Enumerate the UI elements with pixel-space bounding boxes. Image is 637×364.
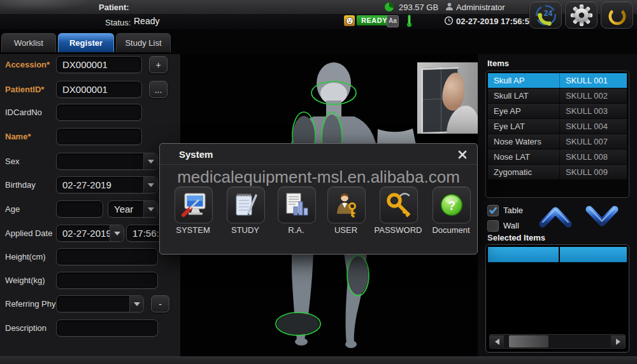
power-icon bbox=[606, 4, 629, 27]
scroll-left-button[interactable] bbox=[490, 335, 504, 347]
system-dialog: System medicalequipment-msl.en.alibaba.c… bbox=[159, 143, 478, 255]
patient-position-photo bbox=[417, 62, 478, 134]
header-cell bbox=[560, 247, 627, 262]
weight-label: Weight(kg) bbox=[5, 276, 45, 285]
document-button-label: Document bbox=[422, 225, 480, 235]
scrollbar-thumb[interactable] bbox=[509, 335, 548, 347]
id-card-label: IDCardNo bbox=[5, 108, 42, 117]
user-button-label: USER bbox=[317, 225, 375, 235]
age-label: Age bbox=[5, 204, 20, 214]
sex-dropdown[interactable] bbox=[56, 153, 158, 170]
description-input[interactable] bbox=[56, 319, 158, 337]
height-label: Height(cm) bbox=[5, 252, 46, 262]
accession-input[interactable] bbox=[56, 56, 142, 73]
svg-text:?: ? bbox=[448, 199, 455, 213]
age-unit-dropdown[interactable]: Year bbox=[108, 200, 158, 218]
wall-checkbox-label: Wall bbox=[503, 221, 519, 230]
patient-label: Patient: bbox=[99, 3, 129, 12]
chevron-down-icon[interactable] bbox=[129, 296, 143, 312]
scroll-right-button[interactable] bbox=[611, 335, 625, 347]
referring-physician-dropdown[interactable] bbox=[56, 295, 144, 312]
chevron-down-icon[interactable] bbox=[143, 201, 157, 217]
tab-study-list[interactable]: Study List bbox=[116, 33, 171, 52]
status-label: Status: bbox=[105, 18, 131, 27]
mascot-icon bbox=[344, 15, 355, 26]
id-card-input[interactable] bbox=[56, 104, 142, 121]
notepad-pen-icon bbox=[232, 191, 260, 219]
chevron-up-icon bbox=[537, 204, 574, 229]
close-icon[interactable] bbox=[455, 148, 469, 162]
wall-checkbox[interactable] bbox=[487, 220, 499, 232]
clock-icon bbox=[444, 16, 454, 28]
list-item[interactable]: Nose Waters SKULL 007 bbox=[488, 134, 627, 149]
protocol-items-list: Skull AP SKULL 001 Skull LAT SKULL 002 E… bbox=[485, 71, 629, 198]
settings-button[interactable] bbox=[565, 1, 598, 29]
help-question-icon: ? bbox=[438, 191, 466, 219]
accession-label: Accession* bbox=[5, 60, 50, 69]
list-item[interactable]: Skull LAT SKULL 002 bbox=[488, 88, 627, 103]
list-item[interactable]: Skull AP SKULL 001 bbox=[488, 73, 627, 88]
password-button-label: PASSWORD bbox=[369, 225, 427, 235]
user-key-icon bbox=[333, 191, 361, 219]
chevron-down-icon[interactable] bbox=[143, 177, 157, 193]
gold-key-icon bbox=[385, 191, 413, 219]
tab-register[interactable]: Register bbox=[58, 33, 114, 52]
height-input[interactable] bbox=[56, 248, 158, 265]
applied-date-dropdown[interactable]: 02-27-2019 bbox=[56, 225, 124, 242]
accession-add-button[interactable]: + bbox=[149, 56, 168, 73]
datetime-value: 02-27-2019 17:56:54 bbox=[456, 17, 534, 26]
birthday-dropdown[interactable]: 02-27-2019 bbox=[56, 176, 158, 193]
check-icon bbox=[489, 206, 497, 215]
move-down-button[interactable] bbox=[583, 204, 620, 232]
patient-id-input[interactable] bbox=[56, 81, 142, 98]
study-button-label: STUDY bbox=[217, 225, 274, 235]
birthday-label: Birthday bbox=[5, 180, 36, 190]
list-item[interactable]: Eye AP SKULL 003 bbox=[488, 104, 627, 118]
referring-remove-button[interactable]: - bbox=[151, 295, 169, 312]
horizontal-scrollbar[interactable] bbox=[489, 334, 626, 349]
age-input[interactable] bbox=[56, 200, 103, 218]
selected-items-header bbox=[488, 247, 627, 262]
items-panel: Items Skull AP SKULL 001 Skull LAT SKULL… bbox=[478, 54, 637, 356]
dialog-title: System bbox=[179, 149, 213, 160]
chevron-down-icon[interactable] bbox=[110, 225, 124, 241]
font-size-icon[interactable]: Aa bbox=[387, 15, 399, 27]
study-settings-button[interactable] bbox=[227, 186, 265, 223]
gear-icon bbox=[570, 4, 593, 27]
disk-usage-icon bbox=[384, 2, 394, 15]
status-value: Ready bbox=[134, 16, 159, 26]
phone-24-icon: 24 bbox=[534, 3, 558, 27]
list-item[interactable]: Eye LAT SKULL 004 bbox=[488, 119, 627, 134]
system-settings-button[interactable] bbox=[175, 186, 213, 223]
referring-physician-label: Referring Phy: bbox=[5, 299, 58, 309]
list-item[interactable]: Nose LAT SKULL 008 bbox=[488, 150, 627, 164]
list-item[interactable]: Zygomatic SKULL 009 bbox=[488, 165, 627, 179]
svg-text:24: 24 bbox=[543, 8, 552, 17]
selected-items-table bbox=[485, 244, 629, 353]
register-form: Accession* + PatientID* ... IDCardNo Nam… bbox=[0, 54, 181, 356]
sex-label: Sex bbox=[5, 157, 19, 166]
chevron-down-icon bbox=[583, 204, 620, 229]
name-input[interactable] bbox=[56, 128, 142, 145]
user-settings-button[interactable] bbox=[327, 186, 366, 223]
tab-bar: Worklist Register Study List bbox=[0, 29, 637, 54]
table-checkbox[interactable] bbox=[487, 205, 499, 216]
chevron-down-icon[interactable] bbox=[143, 153, 157, 169]
user-icon bbox=[445, 2, 454, 14]
document-button[interactable]: ? bbox=[433, 186, 471, 223]
password-settings-button[interactable] bbox=[380, 186, 418, 223]
watermark-text: medicalequipment-msl.en.alibaba.com bbox=[160, 167, 477, 187]
bottom-status-strip bbox=[0, 356, 637, 364]
move-up-button[interactable] bbox=[537, 204, 574, 232]
power-button[interactable] bbox=[601, 1, 633, 29]
description-label: Description bbox=[5, 323, 47, 333]
patient-id-label: PatientID* bbox=[5, 85, 44, 94]
weight-input[interactable] bbox=[56, 272, 158, 289]
system-tools-icon bbox=[180, 191, 208, 219]
ra-settings-button[interactable] bbox=[278, 186, 316, 223]
patient-id-browse-button[interactable]: ... bbox=[149, 81, 168, 98]
tab-worklist[interactable]: Worklist bbox=[1, 33, 56, 52]
service-24h-button[interactable]: 24 bbox=[529, 1, 562, 29]
selected-items-label: Selected Items bbox=[487, 233, 545, 242]
dialog-title-bar: System bbox=[160, 144, 477, 165]
